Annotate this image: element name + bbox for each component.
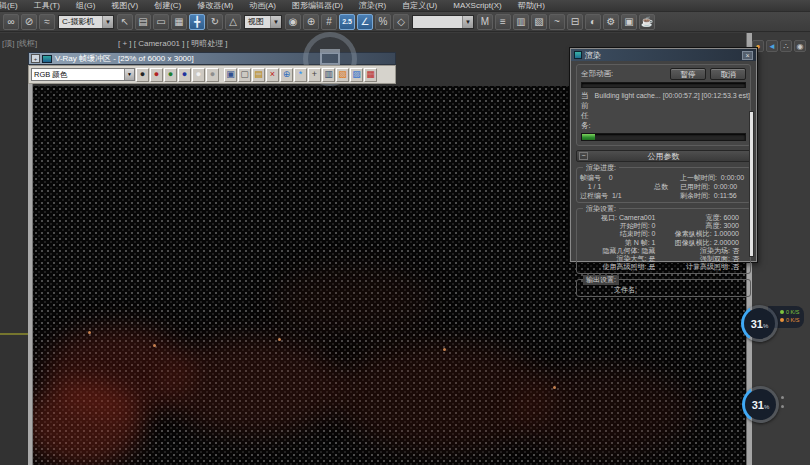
- select-object-icon[interactable]: ↖: [117, 14, 133, 30]
- keyboard-shortcut-override-icon[interactable]: #: [321, 14, 337, 30]
- menu-item-1[interactable]: 编辑(E): [0, 0, 26, 12]
- clock-icon[interactable]: ◉: [794, 40, 806, 52]
- select-and-manipulate-icon[interactable]: ⊕: [303, 14, 319, 30]
- use-pivot-point-center-icon[interactable]: ◉: [285, 14, 301, 30]
- menu-item-8[interactable]: 图形编辑器(D): [284, 0, 351, 12]
- align-icon[interactable]: ≡: [495, 14, 511, 30]
- compare-icon[interactable]: ⊕: [280, 68, 293, 82]
- menu-bar: 编辑(E)工具(T)组(G)视图(V)创建(C)修改器(M)动画(A)图形编辑器…: [0, 0, 810, 12]
- menu-item-2[interactable]: 工具(T): [26, 0, 68, 12]
- performance-ball-top[interactable]: 31 %: [741, 305, 778, 342]
- viewport-label-camera[interactable]: [ + ] [ Camera001 ] [ 明暗处理 ]: [118, 38, 228, 49]
- menu-item-3[interactable]: 组(G): [68, 0, 104, 12]
- green-channel-icon[interactable]: ●: [164, 68, 177, 82]
- monochrome-icon[interactable]: ●: [206, 68, 219, 82]
- menu-item-4[interactable]: 视图(V): [103, 0, 146, 12]
- duplicate-to-host-icon[interactable]: *: [294, 68, 307, 82]
- menu-item-12[interactable]: 帮助(H): [510, 0, 553, 12]
- swoosh-icon[interactable]: ◄: [766, 40, 778, 52]
- alpha-channel-icon[interactable]: ●: [192, 68, 205, 82]
- light-speck: [278, 338, 281, 341]
- vfb-channel-dropdown[interactable]: RGB 颜色 ▼: [31, 68, 135, 81]
- reference-coordinate-dropdown[interactable]: 视图▼: [244, 15, 282, 29]
- dialog-title-bar[interactable]: 渲染 ×: [571, 49, 756, 61]
- pause-button[interactable]: 暂停: [670, 68, 706, 80]
- selection-filter-dropdown[interactable]: C-摄影机▼: [58, 15, 114, 29]
- chevron-down-icon[interactable]: ▼: [102, 16, 113, 28]
- unlink-selection-icon[interactable]: ⊘: [21, 14, 37, 30]
- dialog-title: 渲染: [585, 50, 742, 61]
- selection-filter-dropdown-label: C-摄影机: [59, 16, 102, 27]
- settings-row: 结束时间: 0像素纵横比: 1.00000: [580, 230, 747, 238]
- settings-row: 隐藏几何体: 隐藏渲染为场: 否: [580, 247, 747, 255]
- menu-item-7[interactable]: 动画(A): [241, 0, 284, 12]
- rollout-title: 公用参数: [588, 151, 739, 162]
- scene-glow: [163, 336, 343, 436]
- render-setup-icon[interactable]: ⚙: [603, 14, 619, 30]
- clear-image-icon[interactable]: ▢: [238, 68, 251, 82]
- curve-editor-icon[interactable]: ~: [549, 14, 565, 30]
- layer-manager-icon[interactable]: ▥: [513, 14, 529, 30]
- light-speck: [153, 344, 156, 347]
- viewport-corner-toolbar: ●◄∴◉: [752, 40, 806, 52]
- menu-item-9[interactable]: 渲染(R): [351, 0, 394, 12]
- chevron-down-icon[interactable]: ▼: [270, 16, 281, 28]
- region-render-icon[interactable]: ▥: [322, 68, 335, 82]
- settings-row: 开始时间: 0高度: 3000: [580, 222, 747, 230]
- menu-item-10[interactable]: 自定义(U): [394, 0, 445, 12]
- vfb-system-menu-icon[interactable]: +: [31, 54, 40, 63]
- menu-item-11[interactable]: MAXScript(X): [445, 0, 509, 12]
- chevron-down-icon[interactable]: ▼: [462, 16, 473, 28]
- lens-effects-icon[interactable]: ▨: [350, 68, 363, 82]
- menu-item-5[interactable]: 创建(C): [146, 0, 189, 12]
- menu-item-6[interactable]: 修改器(M): [189, 0, 241, 12]
- cpu-usage-value: 31: [752, 399, 764, 411]
- chevron-down-icon[interactable]: ▼: [124, 69, 134, 80]
- settings-row: 使用高级照明: 是计算高级照明: 否: [580, 263, 747, 271]
- close-icon[interactable]: ×: [266, 68, 279, 82]
- track-mouse-icon[interactable]: +: [308, 68, 321, 82]
- rendered-frame-window-icon[interactable]: ▣: [621, 14, 637, 30]
- bind-to-space-warp-icon[interactable]: ≈: [39, 14, 55, 30]
- cancel-button[interactable]: 取消: [710, 68, 746, 80]
- settings-row: 视口: Camera001宽度: 6000: [580, 214, 747, 222]
- common-parameters-rollout[interactable]: − 公用参数: [576, 150, 751, 162]
- save-image-icon[interactable]: ▣: [224, 68, 237, 82]
- load-image-icon[interactable]: ▤: [252, 68, 265, 82]
- material-editor-icon[interactable]: ◐: [585, 14, 601, 30]
- spinner-snap-toggle-icon[interactable]: ◇: [393, 14, 409, 30]
- select-and-move-icon[interactable]: ╋: [189, 14, 205, 30]
- vray-settings-icon[interactable]: ▦: [364, 68, 377, 82]
- select-and-link-icon[interactable]: ∞: [3, 14, 19, 30]
- close-icon[interactable]: ×: [742, 51, 753, 60]
- current-task-text: Building light cache... [00:00:57.2] [00…: [595, 92, 750, 99]
- mirror-icon[interactable]: M: [477, 14, 493, 30]
- dialog-scrollbar[interactable]: [749, 111, 754, 257]
- vfb-window-title: V-Ray 帧缓冲区 - [25% of 6000 x 3000]: [55, 53, 194, 64]
- red-channel-icon[interactable]: ●: [150, 68, 163, 82]
- schematic-view-icon[interactable]: ⊟: [567, 14, 583, 30]
- select-and-scale-icon[interactable]: △: [225, 14, 241, 30]
- render-production-icon[interactable]: ☕: [639, 14, 655, 30]
- rect-selection-region-icon[interactable]: ▭: [153, 14, 169, 30]
- select-and-rotate-icon[interactable]: ↻: [207, 14, 223, 30]
- light-speck: [553, 386, 556, 389]
- percent-snap-toggle-icon[interactable]: %: [375, 14, 391, 30]
- color-correction-icon[interactable]: ▧: [336, 68, 349, 82]
- blue-channel-icon[interactable]: ●: [178, 68, 191, 82]
- window-crossing-toggle-icon[interactable]: ▦: [171, 14, 187, 30]
- percent-unit: %: [764, 404, 769, 410]
- ribbon-toggle-icon[interactable]: ▧: [531, 14, 547, 30]
- angle-snap-toggle-icon[interactable]: ∠: [357, 14, 373, 30]
- mono-channel-icon[interactable]: ●: [136, 68, 149, 82]
- select-by-name-icon[interactable]: ▤: [135, 14, 151, 30]
- group-title: 渲染设置:: [583, 204, 619, 214]
- collapse-icon[interactable]: −: [579, 152, 588, 160]
- performance-ball-bottom[interactable]: 31 %: [742, 386, 779, 423]
- dialog-icon: [574, 51, 582, 59]
- viewport-guide-line: [0, 333, 30, 335]
- snap-toggle-2-5d-icon[interactable]: 2.5: [339, 14, 355, 30]
- named-selection-sets-dropdown[interactable]: ▼: [412, 15, 474, 29]
- dots-icon[interactable]: ∴: [780, 40, 792, 52]
- viewport-label-left[interactable]: [顶] [线框]: [2, 38, 37, 49]
